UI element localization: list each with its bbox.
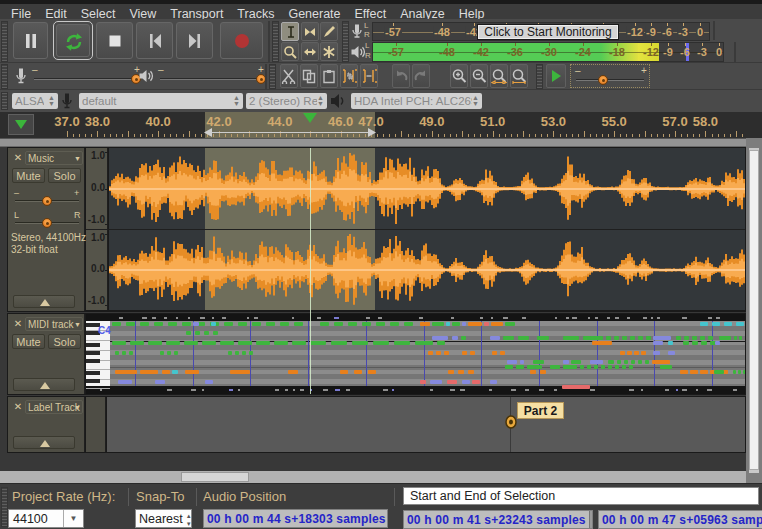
midi-note[interactable] xyxy=(211,322,216,326)
midi-note[interactable] xyxy=(230,370,250,374)
midi-note[interactable] xyxy=(571,360,581,364)
midi-note[interactable] xyxy=(436,351,441,355)
music-waveform-ch0[interactable] xyxy=(109,148,745,229)
selection-start-display[interactable]: 00 h 00 m 41 s+23243 samples▼ xyxy=(403,510,593,529)
midi-note[interactable] xyxy=(140,370,158,374)
midi-note[interactable] xyxy=(228,351,232,355)
midi-note[interactable] xyxy=(638,336,643,340)
midi-note[interactable] xyxy=(563,365,577,369)
toolbar-grip[interactable] xyxy=(342,21,349,62)
midi-note[interactable] xyxy=(432,322,444,326)
midi-note[interactable] xyxy=(490,336,500,340)
midi-note[interactable] xyxy=(701,341,707,345)
midi-note[interactable] xyxy=(452,322,460,326)
midi-note[interactable] xyxy=(690,370,698,374)
midi-note[interactable] xyxy=(172,370,178,374)
midi-note[interactable] xyxy=(533,360,544,364)
midi-track-close-button[interactable]: ✕ xyxy=(12,318,24,330)
midi-track-solo-button[interactable]: Solo xyxy=(48,334,81,349)
midi-note[interactable] xyxy=(470,351,475,355)
play-speed-slider-frame[interactable]: –+ xyxy=(570,64,650,88)
midi-note[interactable] xyxy=(334,322,343,326)
midi-note[interactable] xyxy=(652,360,670,364)
channels-select-spinner[interactable]: ▲▼ xyxy=(317,95,324,107)
midi-note[interactable] xyxy=(563,336,579,340)
midi-note[interactable] xyxy=(537,336,549,340)
music-gain-slider-thumb[interactable] xyxy=(42,196,52,206)
midi-note[interactable] xyxy=(712,322,720,326)
midi-note[interactable] xyxy=(294,322,303,326)
vertical-scrollbar[interactable] xyxy=(746,138,762,483)
midi-note[interactable] xyxy=(130,341,144,345)
midi-note[interactable] xyxy=(205,380,213,384)
music-track-collapse-button[interactable] xyxy=(13,295,75,308)
midi-note[interactable] xyxy=(540,370,546,374)
midi-note[interactable] xyxy=(448,370,454,374)
midi-note[interactable] xyxy=(653,351,660,355)
vscroll-thumb[interactable] xyxy=(749,150,759,470)
status-grip[interactable] xyxy=(1,487,8,527)
midi-note[interactable] xyxy=(714,370,724,374)
midi-note[interactable] xyxy=(645,360,649,364)
trim-button[interactable] xyxy=(340,64,358,88)
midi-note[interactable] xyxy=(622,336,627,340)
midi-note[interactable] xyxy=(249,351,253,355)
timeline-ruler[interactable]: 37.038.040.042.044.046.047.049.051.053.0… xyxy=(0,112,762,138)
midi-note[interactable] xyxy=(615,365,619,369)
zoom-in-button[interactable] xyxy=(450,64,468,88)
midi-note[interactable] xyxy=(462,322,466,326)
midi-note[interactable] xyxy=(641,351,646,355)
midi-note[interactable] xyxy=(204,331,209,335)
midi-note[interactable] xyxy=(634,351,639,355)
midi-note[interactable] xyxy=(331,341,347,345)
midi-note[interactable] xyxy=(624,360,628,364)
playback-meter[interactable]: LR-57-48-42-36-30-24-18-12-9-6-30 xyxy=(350,42,732,62)
record-volume-slider[interactable]: –+ xyxy=(32,64,142,89)
midi-note[interactable] xyxy=(660,365,672,369)
midi-note[interactable] xyxy=(461,336,466,340)
selection-start-display-dropdown-icon[interactable]: ▼ xyxy=(589,511,593,528)
midi-note[interactable] xyxy=(195,331,200,335)
label-track-collapse-button[interactable] xyxy=(13,436,75,449)
midi-note[interactable] xyxy=(447,380,457,384)
midi-note[interactable] xyxy=(580,365,584,369)
midi-note[interactable] xyxy=(458,370,464,374)
midi-note[interactable] xyxy=(724,322,732,326)
toolbar-grip[interactable] xyxy=(269,64,276,89)
midi-note[interactable] xyxy=(242,351,246,355)
label-chip[interactable]: Part 2 xyxy=(517,402,564,419)
selection-end-display[interactable]: 00 h 00 m 47 s+05963 samples▼ xyxy=(598,510,762,529)
tool-selection[interactable] xyxy=(281,22,299,41)
pause-button[interactable] xyxy=(13,22,48,59)
stop-button[interactable] xyxy=(96,22,133,59)
midi-note[interactable] xyxy=(167,351,171,355)
tool-envelope[interactable] xyxy=(301,22,319,41)
midi-note[interactable] xyxy=(115,351,119,355)
midi-note[interactable] xyxy=(680,370,688,374)
midi-note[interactable] xyxy=(373,341,389,345)
paste-button[interactable] xyxy=(320,64,338,88)
midi-note[interactable] xyxy=(252,322,261,326)
midi-note[interactable] xyxy=(186,331,191,335)
midi-note[interactable] xyxy=(348,322,357,326)
midi-note[interactable] xyxy=(594,365,598,369)
midi-note[interactable] xyxy=(562,385,590,389)
midi-note[interactable] xyxy=(736,322,744,326)
zoom-fit-button[interactable] xyxy=(510,64,528,88)
midi-note[interactable] xyxy=(155,380,165,384)
cut-button[interactable] xyxy=(280,64,298,88)
midi-note[interactable] xyxy=(743,370,745,374)
midi-note[interactable] xyxy=(238,341,252,345)
midi-note[interactable] xyxy=(592,341,612,345)
midi-note[interactable] xyxy=(238,322,247,326)
device-grip[interactable] xyxy=(1,92,8,110)
input-select-spinner[interactable]: ▲▼ xyxy=(233,95,240,107)
label-track-content[interactable]: Part 2 xyxy=(107,397,745,452)
play-speed-thumb[interactable] xyxy=(598,75,608,85)
skip-end-button[interactable] xyxy=(176,22,213,59)
midi-note[interactable] xyxy=(530,370,536,374)
midi-note[interactable] xyxy=(430,380,442,384)
midi-note[interactable] xyxy=(608,365,612,369)
undo-button[interactable] xyxy=(392,64,410,88)
midi-note[interactable] xyxy=(420,322,430,326)
